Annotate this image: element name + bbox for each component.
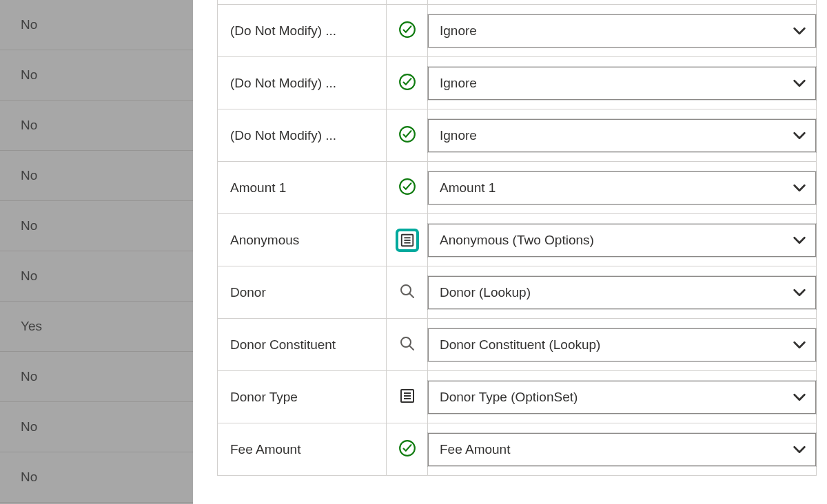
mapping-select[interactable]: Fee Amount bbox=[428, 433, 816, 466]
field-name-label: Donor bbox=[218, 285, 386, 300]
chevron-down-icon bbox=[792, 76, 807, 91]
select-value: Fee Amount bbox=[440, 442, 510, 457]
background-row: nateNo bbox=[0, 352, 193, 402]
chevron-down-icon bbox=[792, 442, 807, 457]
bg-cell: No bbox=[21, 118, 159, 133]
mapping-select[interactable]: Donor Constituent (Lookup) bbox=[428, 328, 816, 361]
field-name-label: Fee Amount bbox=[218, 442, 386, 457]
chevron-down-icon bbox=[792, 23, 807, 39]
field-name-label: Donor Constituent bbox=[218, 337, 386, 353]
select-value: Ignore bbox=[440, 23, 477, 39]
mapping-select[interactable]: Ignore bbox=[428, 14, 816, 48]
field-name-label: (Do Not Modify) ... bbox=[218, 23, 386, 39]
mapping-row: Fee AmountFee Amount bbox=[218, 423, 817, 476]
field-name-label: Anonymous bbox=[218, 233, 386, 248]
background-row: nateNo bbox=[0, 402, 193, 452]
mapping-row: Donor TypeDonor Type (OptionSet) bbox=[218, 371, 817, 423]
bg-cell: No bbox=[21, 168, 159, 183]
select-value: Ignore bbox=[440, 128, 477, 143]
optionset-icon bbox=[400, 233, 415, 248]
select-value: Donor (Lookup) bbox=[440, 285, 531, 300]
mapping-select[interactable]: Donor Type (OptionSet) bbox=[428, 381, 816, 414]
mapping-row: Donor ConstituentDonor Constituent (Look… bbox=[218, 319, 817, 371]
select-value: Ignore bbox=[440, 76, 477, 91]
chevron-down-icon bbox=[792, 390, 807, 405]
check-icon bbox=[398, 439, 417, 458]
chevron-down-icon bbox=[792, 180, 807, 196]
background-row: No bbox=[0, 50, 193, 101]
search-icon bbox=[398, 282, 417, 301]
background-row: Yes bbox=[0, 302, 193, 352]
background-row: No bbox=[0, 201, 193, 251]
bg-cell: nate bbox=[0, 470, 21, 485]
search-icon bbox=[398, 334, 417, 353]
mapping-row: Amount 1Amount 1 bbox=[218, 162, 817, 214]
field-mapping-panel: (Do Not Modify) ...Ignore(Do Not Modify)… bbox=[217, 0, 817, 476]
bg-cell: nate bbox=[0, 168, 21, 183]
bg-cell: Yes bbox=[21, 319, 159, 334]
background-data-table: NoNonateNonateNoNoNoYesnateNonateNonateN… bbox=[0, 0, 193, 503]
background-row: No bbox=[0, 251, 193, 302]
bg-cell: nate bbox=[0, 118, 21, 133]
chevron-down-icon bbox=[792, 285, 807, 300]
mapping-select[interactable]: Anonymous (Two Options) bbox=[428, 224, 816, 257]
check-icon bbox=[398, 125, 417, 144]
bg-cell: No bbox=[21, 419, 159, 434]
select-value: Donor Type (OptionSet) bbox=[440, 390, 578, 405]
mapping-row: (Do Not Modify) ...Ignore bbox=[218, 57, 817, 109]
chevron-down-icon bbox=[792, 128, 807, 143]
bg-cell: No bbox=[21, 470, 159, 485]
mapping-select[interactable]: Ignore bbox=[428, 67, 816, 100]
mapping-row: (Do Not Modify) ...Ignore bbox=[218, 109, 817, 162]
background-row: No bbox=[0, 0, 193, 50]
field-name-label: Donor Type bbox=[218, 390, 386, 405]
bg-cell: nate bbox=[0, 369, 21, 384]
mapping-row: AnonymousAnonymous (Two Options) bbox=[218, 214, 817, 266]
bg-cell: No bbox=[21, 17, 159, 32]
bg-cell: No bbox=[21, 369, 159, 384]
mapping-select[interactable]: Donor (Lookup) bbox=[428, 276, 816, 309]
select-value: Anonymous (Two Options) bbox=[440, 233, 594, 248]
chevron-down-icon bbox=[792, 337, 807, 353]
select-value: Donor Constituent (Lookup) bbox=[440, 337, 600, 353]
mapping-row: DonorDonor (Lookup) bbox=[218, 266, 817, 319]
field-name-label: (Do Not Modify) ... bbox=[218, 76, 386, 91]
bg-cell: No bbox=[21, 218, 159, 233]
background-row: nateNo bbox=[0, 151, 193, 201]
check-icon bbox=[398, 72, 417, 92]
field-name-label: Amount 1 bbox=[218, 180, 386, 196]
bg-cell: No bbox=[21, 269, 159, 284]
mapping-select[interactable]: Amount 1 bbox=[428, 171, 816, 204]
optionset-icon bbox=[398, 386, 417, 406]
mapping-row: (Do Not Modify) ...Ignore bbox=[218, 5, 817, 57]
mapping-table: (Do Not Modify) ...Ignore(Do Not Modify)… bbox=[217, 0, 817, 476]
bg-cell: nate bbox=[0, 419, 21, 434]
chevron-down-icon bbox=[792, 233, 807, 248]
field-name-label: (Do Not Modify) ... bbox=[218, 128, 386, 143]
mapping-select[interactable]: Ignore bbox=[428, 119, 816, 152]
check-icon bbox=[398, 177, 417, 196]
select-value: Amount 1 bbox=[440, 180, 496, 196]
background-row: nateNo bbox=[0, 101, 193, 151]
bg-cell: No bbox=[21, 67, 159, 83]
highlight-ring bbox=[396, 229, 419, 252]
check-icon bbox=[398, 20, 417, 39]
background-row: nateNo bbox=[0, 452, 193, 503]
